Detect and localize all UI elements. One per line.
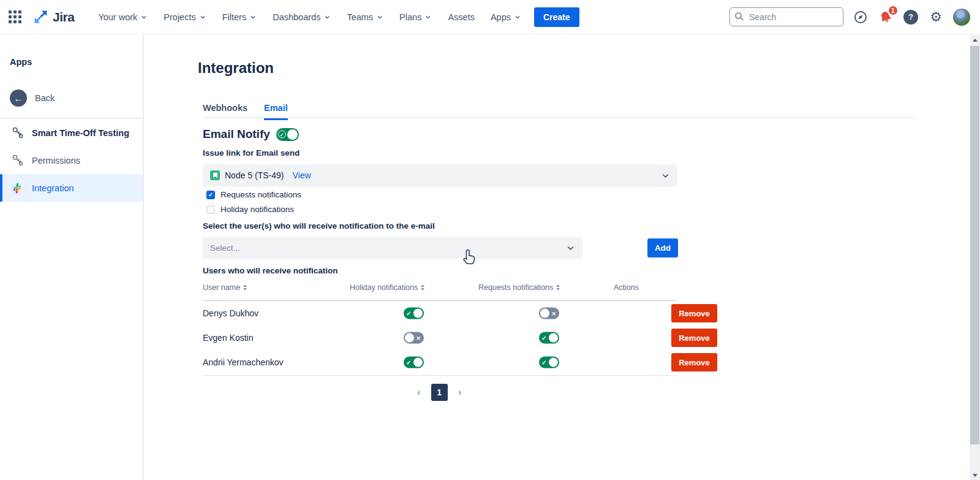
user-select-label: Select the user(s) who will receive noti… [203, 221, 435, 230]
select-placeholder: Select... [210, 243, 240, 253]
chevron-down-icon [514, 13, 521, 21]
column-header-holiday-notifications[interactable]: Holiday notifications [350, 283, 424, 292]
previous-page-icon[interactable]: ‹ [415, 384, 423, 401]
chevron-down-icon [199, 13, 206, 21]
main-content: Integration Webhooks Email Email Notify … [145, 34, 970, 480]
requests-toggle[interactable]: ✓ [539, 332, 559, 344]
nav-assets[interactable]: Assets [441, 8, 481, 26]
column-header-actions: Actions [614, 283, 639, 292]
table-row: Andrii Yermachenkov ✓ ✓ Remove [203, 350, 677, 375]
checkbox-checked-icon[interactable]: ✓ [206, 191, 215, 199]
discover-compass-icon[interactable] [853, 9, 869, 25]
top-navigation-bar: Jira Your work Projects Filters Dashboar… [0, 0, 980, 34]
key-gear-icon [10, 153, 24, 168]
page-title: Integration [198, 59, 274, 77]
app-switcher-icon[interactable] [9, 10, 22, 24]
sort-icon [421, 284, 424, 291]
nav-your-work[interactable]: Your work [91, 8, 154, 26]
sidebar-item-label: Smart Time-Off Testing [32, 128, 129, 138]
issue-link-select[interactable]: Node 5 (TS-49) View [203, 164, 677, 186]
column-header-user-name[interactable]: User name [203, 283, 247, 292]
scroll-up-icon[interactable] [970, 35, 980, 45]
chevron-down-icon [566, 243, 575, 253]
holiday-toggle[interactable]: ✓ [404, 357, 424, 368]
settings-gear-icon[interactable]: ⚙ [928, 9, 944, 25]
sidebar-item-label: Integration [32, 183, 74, 193]
requests-toggle[interactable]: ✓ [539, 357, 559, 368]
nav-plans[interactable]: Plans [393, 8, 439, 26]
scrollbar-thumb[interactable] [970, 46, 979, 444]
topbar-right-actions: 1 ? ⚙ [729, 7, 970, 26]
scroll-down-icon[interactable] [970, 470, 980, 480]
check-icon: ✓ [278, 131, 286, 139]
requests-notifications-checkbox-row[interactable]: ✓ Requests notifications [206, 190, 301, 199]
email-notify-toggle[interactable]: ✓ [276, 128, 299, 141]
search-input[interactable] [729, 7, 843, 26]
checkbox-label: Holiday notifications [221, 205, 294, 214]
user-avatar[interactable] [953, 9, 970, 26]
notifications-bell-icon[interactable]: 1 [878, 9, 894, 25]
chevron-down-icon [376, 13, 383, 21]
user-name: Denys Dukhov [203, 308, 258, 318]
chevron-down-icon [323, 13, 331, 21]
sidebar-item-permissions[interactable]: Permissions [0, 147, 143, 174]
sidebar-heading: Apps [10, 57, 143, 67]
vertical-scrollbar[interactable] [970, 35, 980, 480]
tabs-divider [203, 117, 915, 118]
jira-logo[interactable]: Jira [33, 9, 74, 25]
sidebar-item-smart-time-off-testing[interactable]: Smart Time-Off Testing [0, 119, 143, 147]
chevron-down-icon [249, 13, 257, 21]
nav-projects[interactable]: Projects [157, 8, 213, 26]
holiday-toggle[interactable]: ✕ [404, 332, 424, 344]
nav-dashboards[interactable]: Dashboards [266, 8, 337, 26]
back-label: Back [35, 93, 55, 103]
nav-filters[interactable]: Filters [216, 8, 263, 26]
user-name: Evgen Kostin [203, 333, 254, 343]
user-name: Andrii Yermachenkov [203, 357, 284, 367]
sidebar-item-integration[interactable]: Integration [0, 174, 143, 202]
users-table-caption: Users who will receive notification [203, 266, 338, 275]
nav-teams[interactable]: Teams [340, 8, 390, 26]
checkbox-label: Requests notifications [221, 190, 301, 199]
column-header-requests-notifications[interactable]: Requests notifications [478, 283, 560, 292]
user-select-dropdown[interactable]: Select... [203, 237, 582, 259]
notification-count-badge: 1 [888, 5, 899, 16]
selected-issue-value: Node 5 (TS-49) [225, 170, 284, 180]
chevron-down-icon [140, 13, 148, 21]
table-row: Evgen Kostin ✕ ✓ Remove [203, 326, 677, 350]
remove-user-button[interactable]: Remove [671, 304, 717, 322]
active-indicator [0, 174, 2, 202]
chevron-down-icon [661, 171, 670, 180]
slack-icon [10, 181, 24, 196]
apps-sidebar: Apps ← Back Smart Time-Off Testing Permi… [0, 35, 144, 480]
holiday-notifications-checkbox-row[interactable]: Holiday notifications [206, 205, 294, 214]
sort-icon [556, 284, 560, 291]
key-gear-icon [10, 126, 24, 140]
remove-user-button[interactable]: Remove [671, 353, 717, 371]
view-issue-link[interactable]: View [292, 170, 311, 180]
primary-nav: Your work Projects Filters Dashboards Te… [91, 8, 528, 26]
table-bottom-divider [203, 375, 677, 376]
checkbox-unchecked-icon[interactable] [206, 205, 215, 214]
email-notify-heading: Email Notify [203, 128, 270, 141]
help-icon[interactable]: ? [903, 9, 919, 25]
issue-link-label: Issue link for Email send [203, 148, 300, 158]
create-button[interactable]: Create [534, 7, 579, 27]
nav-apps[interactable]: Apps [484, 8, 528, 26]
requests-toggle[interactable]: ✕ [539, 308, 559, 319]
table-row: Denys Dukhov ✓ ✕ Remove [203, 301, 677, 326]
search-icon [734, 12, 744, 21]
global-search [729, 7, 843, 26]
chevron-down-icon [424, 13, 432, 21]
email-notify-section: Email Notify ✓ [203, 128, 299, 141]
holiday-toggle[interactable]: ✓ [404, 308, 424, 319]
sidebar-item-label: Permissions [32, 156, 80, 166]
remove-user-button[interactable]: Remove [671, 329, 717, 347]
sidebar-back-button[interactable]: ← Back [0, 85, 143, 112]
next-page-icon[interactable]: › [456, 384, 464, 401]
product-name: Jira [53, 10, 74, 25]
pagination: ‹ 1 › [415, 384, 464, 401]
story-type-icon [210, 170, 220, 180]
add-user-button[interactable]: Add [647, 238, 678, 257]
current-page-button[interactable]: 1 [431, 384, 448, 401]
